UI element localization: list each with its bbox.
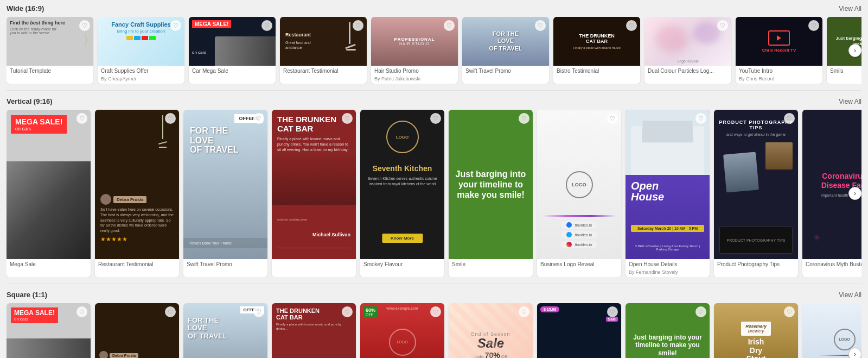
wide-card-craft[interactable]: Fancy Craft Supplies Bring life to your … [98, 17, 184, 84]
vert-heart-smokey[interactable]: ♡ [430, 113, 441, 124]
wide-card-tutorial[interactable]: Find the best thing here Click on the re… [7, 17, 93, 84]
vert-card-rest[interactable]: Debra Prusia So I have eaten here on sev… [95, 110, 179, 277]
sq-heart-shoe[interactable]: ♡ [430, 306, 441, 317]
vert-thumb-travel: OFFERS FOR THELOVEOF TRAVEL Travels Book… [183, 110, 267, 259]
wide-card-car-mega[interactable]: MEGA SALE! on cars ♡ Car Mega Sale [189, 17, 276, 84]
wide-heart-car[interactable]: ♡ [261, 20, 272, 31]
vert-thumb-rest: Debra Prusia So I have eaten here on sev… [95, 110, 179, 259]
vert-label-house: Open House Details [626, 259, 710, 269]
sq-card-leather[interactable]: $ 15.99 Genuine BlackLeather Jacket Sale… [537, 303, 621, 358]
wide-label-hair: Hair Studio Promo [371, 66, 458, 76]
sq-heart-mega[interactable]: ♡ [76, 306, 87, 317]
vert-card-smile[interactable]: Just barging into your timeline to make … [449, 110, 533, 277]
sq-nav-arrow[interactable]: › [848, 348, 861, 358]
vert-card-mega[interactable]: MEGA SALE! on cars ♡ Mega Sale [7, 110, 91, 277]
vert-card-logo[interactable]: LOGO .finvideo.io [537, 110, 621, 277]
wide-section-title: Wide (16:9) [7, 4, 44, 12]
vert-card-smokey[interactable]: LOGO Seventh Kitchen Seventh Kitchen ser… [360, 110, 444, 277]
wide-heart-particles[interactable]: ♡ [717, 20, 728, 31]
vertical-section-header: Vertical (9:16) View All [7, 97, 861, 105]
vertical-card-grid: MEGA SALE! on cars ♡ Mega Sale [7, 110, 861, 277]
vertical-view-all[interactable]: View All [839, 98, 861, 105]
wide-card-hair[interactable]: PROFESSIONAL HAIR STUDIO ♡ Hair Studio P… [371, 17, 458, 84]
wide-heart-bistro[interactable]: ♡ [626, 20, 637, 31]
sq-card-travel[interactable]: OFFERS FOR THELOVEOF TRAVEL ♡ Swift Trav… [183, 303, 267, 358]
vert-thumb-corona: CoronavirusDisease Fact Important health… [802, 110, 861, 259]
vert-label-drunken [272, 259, 356, 263]
sq-card-drystout[interactable]: Rosemary Brewery IrishDryStout BRINY FRE… [714, 303, 798, 358]
vert-sublabel-house: By Fernandine Stovely [626, 269, 710, 277]
wide-label-youtube: YouTube Intro [736, 66, 822, 76]
square-view-all[interactable]: View All [839, 291, 861, 299]
wide-thumb-smils: Just barging into your timeline to make … [827, 17, 861, 66]
wide-heart-hair[interactable]: ♡ [444, 20, 455, 31]
square-section: Square (1:1) View All MEGA SALE! on cars… [0, 286, 868, 358]
sq-heart-eos[interactable]: ♡ [519, 306, 529, 317]
wide-label-travel: Swift Travel Promo [462, 66, 549, 76]
sq-heart-drystout[interactable]: ♡ [784, 306, 795, 317]
wide-heart-travel[interactable]: ♡ [535, 20, 546, 31]
sq-card-smile[interactable]: Just barging into your timeline to make … [626, 303, 710, 358]
sq-card-rest[interactable]: Debra Prusia So I have eaten here on sev… [95, 303, 179, 358]
wide-card-restaurant[interactable]: Restaurant Great food and ambiance ♡ Res… [280, 17, 367, 84]
vert-heart-mega[interactable]: ♡ [76, 113, 87, 124]
vert-card-drunken[interactable]: THE DRUNKENCAT BAR Finally a place with … [272, 110, 356, 277]
wide-heart-craft[interactable]: ♡ [170, 20, 181, 31]
vert-thumb-smokey: LOGO Seventh Kitchen Seventh Kitchen ser… [360, 110, 444, 259]
vert-card-travel[interactable]: OFFERS FOR THELOVEOF TRAVEL Travels Book… [183, 110, 267, 277]
vert-thumb-logo: LOGO .finvideo.io [537, 110, 621, 259]
sq-heart-leather[interactable]: ♡ [607, 306, 618, 317]
vert-thumb-photo: PRODUCT PHOTOGRAPHY TIPS and ways to get… [714, 110, 798, 259]
vert-heart-logo[interactable]: ♡ [607, 113, 618, 124]
vert-card-photo[interactable]: PRODUCT PHOTOGRAPHY TIPS and ways to get… [714, 110, 798, 277]
vertical-section-title: Vertical (9:16) [7, 97, 53, 105]
sq-heart-smile[interactable]: ♡ [695, 306, 706, 317]
vert-label-rest: Restaurant Testimonial [95, 259, 179, 269]
wide-view-all[interactable]: View All [839, 5, 861, 12]
sq-card-mega[interactable]: MEGA SALE! on cars ♡ Car Mega Sale [7, 303, 91, 358]
vert-thumb-mega: MEGA SALE! on cars [7, 110, 91, 259]
vert-card-house[interactable]: OpenHouse Saturday March 20 | 10 AM - 5 … [626, 110, 710, 277]
sq-heart-rest[interactable]: ♡ [165, 306, 176, 317]
vert-heart-smile[interactable]: ♡ [519, 113, 529, 124]
vert-heart-drunken[interactable]: ♡ [342, 113, 353, 124]
sq-card-eos[interactable]: End of Season Sale Upto 70% Off ♡ End Of… [449, 303, 533, 358]
square-card-grid: MEGA SALE! on cars ♡ Car Mega Sale Debra… [7, 303, 861, 358]
wide-sublabel-youtube: By Chris Record [736, 76, 822, 84]
wide-label-tutorial: Tutorial Template [7, 66, 93, 76]
wide-card-particles[interactable]: Logo Reveal ♡ Dual Colour Particles Log.… [644, 17, 731, 84]
wide-label-smils: Smils [827, 66, 861, 76]
vert-label-photo: Product Photography Tips [714, 259, 798, 269]
vert-label-corona: Coronavirus Myth Buster [802, 259, 861, 269]
wide-heart-restaurant[interactable]: ♡ [353, 20, 363, 31]
sq-heart-bistro[interactable]: ♡ [342, 306, 353, 317]
vert-heart-house[interactable]: ♡ [695, 113, 706, 124]
vertical-section: Vertical (9:16) View All MEGA SALE! on c… [0, 93, 868, 281]
wide-sublabel-craft: By CheapAymer [98, 76, 184, 84]
sq-card-shoe[interactable]: 60% OFF www.example.com LOGO Final Sale … [360, 303, 444, 358]
wide-section-header: Wide (16:9) View All [7, 4, 861, 12]
sq-heart-travel[interactable]: ♡ [253, 306, 264, 317]
sq-card-bistro[interactable]: THE DRUNKENCAT BAR Finally a place with … [272, 303, 356, 358]
wide-card-bistro[interactable]: THE DRUNKENCAT BAR Finally a place with … [553, 17, 640, 84]
wide-heart-tutorial[interactable]: ♡ [79, 20, 90, 31]
wide-sublabel-hair: By Patric Jakobowski [371, 76, 458, 84]
divider-1 [7, 90, 861, 91]
vert-heart-photo[interactable]: ♡ [784, 113, 795, 124]
vert-thumb-house: OpenHouse Saturday March 20 | 10 AM - 5 … [626, 110, 710, 259]
wide-label-restaurant: Restaurant Testimonial [280, 66, 367, 76]
wide-heart-youtube[interactable]: ♡ [808, 20, 819, 31]
vert-label-smokey: Smokey Flavour [360, 259, 444, 269]
wide-card-travel[interactable]: FOR THELOVEOF TRAVEL ♡ Swift Travel Prom… [462, 17, 549, 84]
wide-card-youtube[interactable]: Chris Record TV ♡ YouTube Intro By Chris… [736, 17, 822, 84]
vert-heart-travel[interactable]: ♡ [253, 113, 264, 124]
vert-heart-rest[interactable]: ♡ [165, 113, 176, 124]
wide-card-grid: Find the best thing here Click on the re… [7, 17, 861, 84]
vert-nav-arrow[interactable]: › [848, 187, 861, 200]
wide-label-bistro: Bistro Testimonial [553, 66, 640, 76]
wide-section: Wide (16:9) View All Find the best thing… [0, 0, 868, 88]
vert-thumb-drunken: THE DRUNKENCAT BAR Finally a place with … [272, 110, 356, 259]
vert-label-mega: Mega Sale [7, 259, 91, 269]
divider-2 [7, 284, 861, 284]
wide-nav-arrow[interactable]: › [848, 44, 861, 57]
